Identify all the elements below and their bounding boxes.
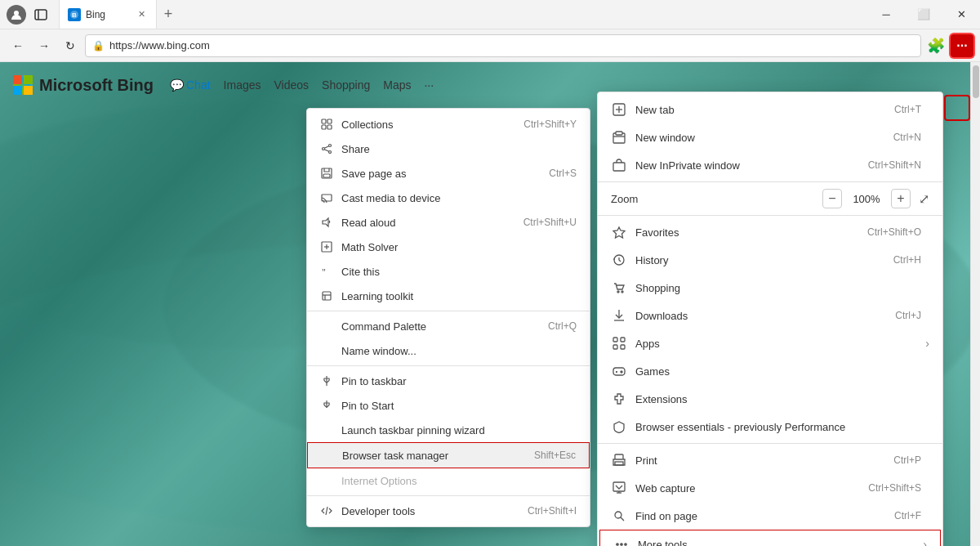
find-on-page-label: Find on page xyxy=(635,510,886,522)
new-tab-button[interactable]: + xyxy=(157,3,180,26)
url-text: https://www.bing.com xyxy=(109,39,914,51)
bing-nav-more[interactable]: ··· xyxy=(424,78,434,92)
extensions-button[interactable]: 🧩 xyxy=(924,34,947,57)
refresh-button[interactable]: ↻ xyxy=(59,34,82,57)
menu-item-browser-essentials[interactable]: Browser essentials - previously Performa… xyxy=(598,413,942,441)
menu-item-collections[interactable]: Collections Ctrl+Shift+Y xyxy=(307,112,590,136)
page-content: Microsoft Bing 💬 Chat Images Videos Shop… xyxy=(0,62,980,546)
scrollbar[interactable] xyxy=(970,62,980,546)
favorites-label: Favorites xyxy=(635,226,859,239)
bing-nav-chat[interactable]: 💬 Chat xyxy=(170,78,211,92)
command-palette-label: Command Palette xyxy=(341,320,540,333)
menu-item-pin-taskbar[interactable]: Pin to taskbar xyxy=(307,369,590,393)
more-tools-label: More tools xyxy=(638,539,906,547)
new-window-label: New window xyxy=(635,132,885,144)
zoom-label: Zoom xyxy=(611,193,814,205)
menu-item-math-solver[interactable]: Math Solver xyxy=(307,235,590,259)
zoom-value: 100% xyxy=(850,193,883,205)
svg-point-16 xyxy=(329,145,332,147)
cast-icon xyxy=(320,191,333,204)
save-page-shortcut: Ctrl+S xyxy=(549,168,577,179)
menu-item-launch-pinning-wizard[interactable]: Launch taskbar pinning wizard xyxy=(307,418,590,442)
extensions-label: Extensions xyxy=(635,393,913,405)
menu-item-find-on-page[interactable]: Find on page Ctrl+F xyxy=(598,502,942,530)
menu-item-developer-tools[interactable]: Developer tools Ctrl+Shift+I xyxy=(307,499,590,523)
svg-rect-41 xyxy=(613,163,625,171)
menu-item-extensions[interactable]: Extensions xyxy=(598,385,942,413)
tab-close-button[interactable]: ✕ xyxy=(135,8,148,21)
menu-item-share[interactable]: Share xyxy=(307,136,590,161)
zoom-plus-button[interactable]: + xyxy=(891,189,911,208)
zoom-expand-button[interactable]: ⤢ xyxy=(919,191,929,207)
right-context-menu: New tab Ctrl+T New window Ctrl+N New InP… xyxy=(597,92,943,546)
svg-line-34 xyxy=(326,507,327,515)
shopping-label: Shopping xyxy=(635,282,913,294)
new-window-icon xyxy=(611,129,627,145)
restore-button[interactable]: ⬜ xyxy=(905,0,942,29)
print-shortcut: Ctrl+P xyxy=(893,454,921,466)
share-icon xyxy=(320,142,333,155)
svg-point-18 xyxy=(329,151,332,154)
menu-item-inprivate[interactable]: New InPrivate window Ctrl+Shift+N xyxy=(598,151,942,179)
menu-item-new-tab[interactable]: New tab Ctrl+T xyxy=(598,96,942,123)
forward-button[interactable]: → xyxy=(33,34,56,57)
svg-rect-8 xyxy=(13,75,22,84)
name-window-icon xyxy=(320,344,333,357)
bing-nav-maps[interactable]: Maps xyxy=(383,78,411,92)
svg-rect-9 xyxy=(24,75,33,84)
menu-item-history[interactable]: History Ctrl+H xyxy=(598,246,942,274)
menu-item-favorites[interactable]: Favorites Ctrl+Shift+O xyxy=(598,218,942,246)
menu-item-downloads[interactable]: Downloads Ctrl+J xyxy=(598,302,942,329)
menu-item-pin-start[interactable]: Pin to Start xyxy=(307,393,590,418)
menu-item-command-palette[interactable]: Command Palette Ctrl+Q xyxy=(307,314,590,338)
dev-tools-icon xyxy=(320,504,333,517)
menu-divider-r1 xyxy=(598,181,942,182)
svg-rect-12 xyxy=(322,119,326,123)
menu-item-save-page[interactable]: Save page as Ctrl+S xyxy=(307,161,590,186)
collections-label: Collections xyxy=(341,119,515,131)
menu-item-print[interactable]: Print Ctrl+P xyxy=(598,446,942,474)
svg-line-20 xyxy=(324,150,328,152)
menu-item-games[interactable]: Games xyxy=(598,357,942,385)
bing-nav-shopping[interactable]: Shopping xyxy=(322,78,370,92)
menu-item-cite-this[interactable]: " Cite this xyxy=(307,259,590,284)
save-page-icon xyxy=(320,167,333,180)
menu-item-more-tools[interactable]: More tools › xyxy=(599,530,941,546)
zoom-minus-button[interactable]: − xyxy=(822,189,842,208)
downloads-icon xyxy=(611,307,627,324)
menu-item-cast-media[interactable]: Cast media to device xyxy=(307,186,590,210)
collections-icon xyxy=(320,118,333,131)
three-dots-button[interactable]: ··· xyxy=(951,34,973,57)
minimize-button[interactable]: ─ xyxy=(867,0,905,29)
new-tab-shortcut: Ctrl+T xyxy=(894,104,921,115)
close-button[interactable]: ✕ xyxy=(942,0,980,29)
svg-rect-58 xyxy=(613,482,625,491)
active-tab[interactable]: B Bing ✕ xyxy=(59,0,157,29)
tab-sidebar-button[interactable] xyxy=(29,3,52,26)
svg-rect-15 xyxy=(327,125,332,129)
menu-item-read-aloud[interactable]: Read aloud Ctrl+Shift+U xyxy=(307,210,590,235)
menu-item-shopping[interactable]: Shopping xyxy=(598,274,942,302)
print-icon xyxy=(611,452,627,468)
menu-item-new-window[interactable]: New window Ctrl+N xyxy=(598,123,942,151)
internet-options-label: Internet Options xyxy=(341,475,568,487)
svg-point-17 xyxy=(323,148,325,150)
bing-nav-videos[interactable]: Videos xyxy=(274,78,310,92)
menu-item-web-capture[interactable]: Web capture Ctrl+Shift+S xyxy=(598,474,942,502)
bing-nav-images[interactable]: Images xyxy=(224,78,261,92)
menu-item-internet-options[interactable]: Internet Options xyxy=(307,468,590,493)
profile-icon[interactable] xyxy=(7,5,26,25)
scrollbar-thumb[interactable] xyxy=(973,65,979,98)
svg-rect-28 xyxy=(323,292,331,300)
read-aloud-icon xyxy=(320,216,333,229)
cite-icon: " xyxy=(320,265,333,278)
history-icon xyxy=(611,252,627,268)
back-button[interactable]: ← xyxy=(7,34,29,57)
menu-item-name-window[interactable]: Name window... xyxy=(307,338,590,363)
menu-item-browser-task-manager[interactable]: Browser task manager Shift+Esc xyxy=(307,442,590,468)
inprivate-shortcut: Ctrl+Shift+N xyxy=(868,159,921,171)
address-bar[interactable]: 🔒 https://www.bing.com xyxy=(85,34,921,57)
menu-item-learning-toolkit[interactable]: Learning toolkit xyxy=(307,284,590,308)
menu-item-apps[interactable]: Apps › xyxy=(598,329,942,357)
svg-point-45 xyxy=(621,291,623,293)
